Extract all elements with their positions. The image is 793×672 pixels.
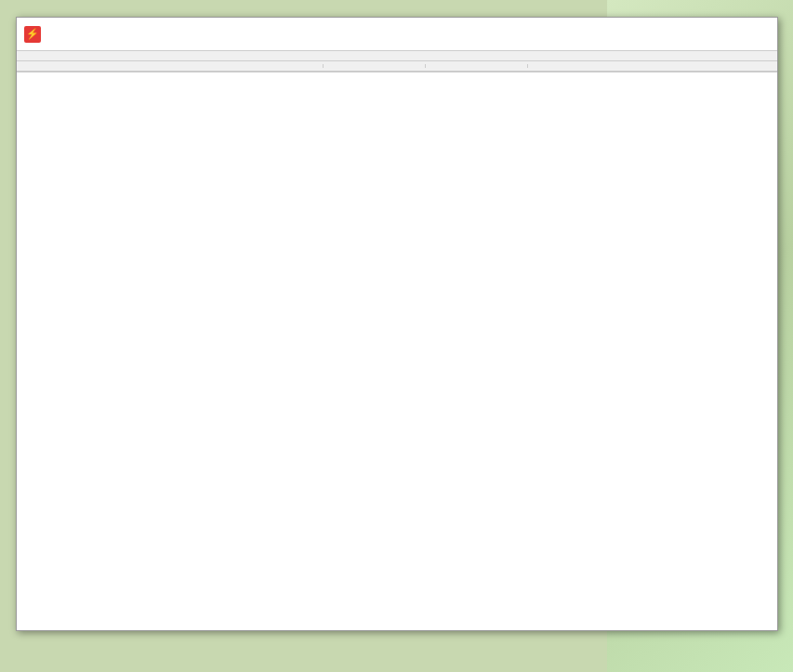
col-value	[324, 64, 426, 68]
col-min	[426, 64, 528, 68]
col-sensor	[17, 64, 324, 68]
sensor-table[interactable]	[17, 72, 777, 630]
table-header	[17, 61, 777, 72]
menu-file[interactable]	[20, 53, 35, 59]
menu-bar	[17, 51, 777, 61]
app-icon: ⚡	[24, 26, 41, 43]
title-bar: ⚡	[17, 18, 777, 51]
menu-view[interactable]	[37, 53, 52, 59]
menu-help[interactable]	[71, 53, 86, 59]
col-max	[528, 64, 667, 68]
maximize-button[interactable]	[714, 24, 740, 45]
minimize-button[interactable]	[684, 24, 710, 45]
title-bar-left: ⚡	[24, 26, 46, 43]
menu-tools[interactable]	[54, 53, 69, 59]
close-button[interactable]	[744, 24, 770, 45]
title-bar-controls	[684, 24, 770, 45]
main-window: ⚡	[16, 17, 778, 631]
